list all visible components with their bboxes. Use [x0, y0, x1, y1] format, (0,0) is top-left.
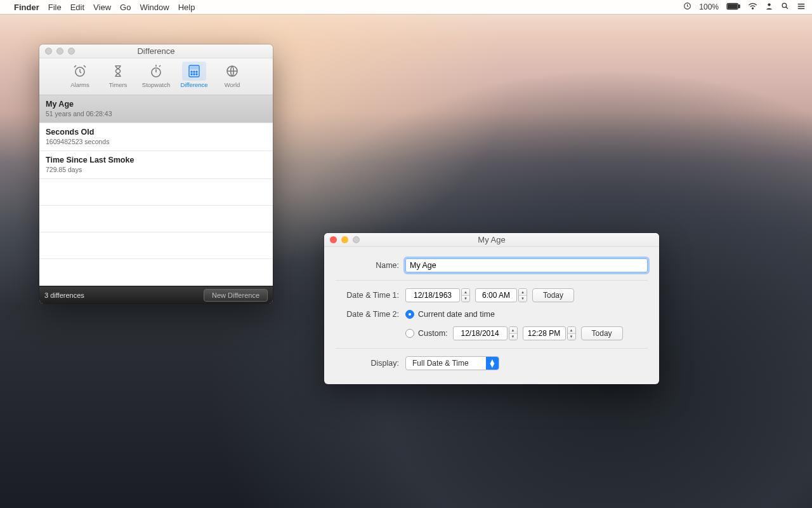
list-item[interactable]: Seconds Old 1609482523 seconds: [39, 123, 273, 151]
list-item[interactable]: [39, 232, 273, 259]
dt2-date-input[interactable]: [453, 326, 508, 340]
list-item[interactable]: [39, 179, 273, 206]
user-icon[interactable]: [765, 2, 773, 12]
radio-custom-label: Custom:: [418, 329, 448, 338]
dt2-today-button[interactable]: Today: [581, 326, 623, 340]
menu-help[interactable]: Help: [178, 3, 195, 12]
list-item[interactable]: [39, 206, 273, 232]
menu-edit[interactable]: Edit: [70, 3, 84, 12]
wifi-icon[interactable]: [748, 3, 757, 12]
battery-icon[interactable]: [726, 3, 740, 12]
stepper[interactable]: ▲▼: [567, 326, 576, 340]
svg-point-6: [782, 3, 787, 8]
svg-point-12: [193, 71, 195, 72]
radio-current[interactable]: [405, 310, 414, 319]
dt1-time-input[interactable]: [475, 288, 517, 302]
toolbar-timers[interactable]: Timers: [100, 62, 136, 88]
status-text: 3 differences: [44, 291, 84, 299]
close-button[interactable]: [45, 48, 52, 55]
svg-point-11: [191, 71, 192, 72]
toolbar: Alarms Timers Stopwatch Difference World: [39, 58, 273, 95]
titlebar[interactable]: Difference: [39, 44, 273, 58]
dt1-date-input[interactable]: [405, 288, 460, 302]
form: Name: Date & Time 1: ▲▼ ▲▼ Today: [324, 247, 659, 384]
display-label: Display:: [336, 359, 405, 368]
close-button[interactable]: [330, 236, 337, 243]
minimize-button[interactable]: [56, 48, 63, 55]
app-name[interactable]: Finder: [14, 3, 39, 12]
name-label: Name:: [336, 261, 405, 270]
svg-point-14: [191, 74, 192, 75]
stepper[interactable]: ▲▼: [509, 326, 518, 340]
chevron-updown-icon: ▲▼: [486, 356, 499, 370]
svg-rect-3: [738, 4, 740, 8]
battery-percent: 100%: [699, 3, 719, 11]
dt2-time-input[interactable]: [523, 326, 566, 340]
toolbar-alarms[interactable]: Alarms: [62, 62, 98, 88]
menu-file[interactable]: File: [48, 3, 62, 12]
difference-window: Difference Alarms Timers Stopwatch Diffe…: [39, 44, 273, 304]
spotlight-icon[interactable]: [781, 2, 789, 12]
svg-point-15: [193, 74, 195, 75]
list-item[interactable]: [39, 259, 273, 286]
menu-view[interactable]: View: [93, 3, 111, 12]
name-input[interactable]: [405, 258, 648, 272]
svg-point-16: [196, 74, 197, 75]
toolbar-difference[interactable]: Difference: [176, 62, 213, 88]
status-bar: 3 differences New Difference: [39, 286, 273, 304]
clock-icon[interactable]: [683, 2, 691, 12]
svg-rect-10: [190, 67, 198, 69]
dt2-label: Date & Time 2:: [336, 310, 405, 319]
new-difference-button[interactable]: New Difference: [204, 289, 268, 302]
stepper[interactable]: ▲▼: [518, 288, 527, 302]
toolbar-stopwatch[interactable]: Stopwatch: [138, 62, 174, 88]
svg-point-5: [768, 3, 770, 6]
desktop: Finder File Edit View Go Window Help 100…: [0, 0, 812, 508]
svg-rect-2: [728, 4, 737, 8]
titlebar[interactable]: My Age: [324, 233, 659, 247]
display-select[interactable]: Full Date & Time ▲▼: [405, 356, 499, 370]
svg-point-13: [196, 71, 197, 72]
dt1-today-button[interactable]: Today: [532, 288, 574, 302]
edit-window: My Age Name: Date & Time 1: ▲▼ ▲▼: [324, 233, 659, 384]
menu-window[interactable]: Window: [140, 3, 169, 12]
list-item[interactable]: My Age 51 years and 06:28:43: [39, 95, 273, 123]
zoom-button[interactable]: [353, 236, 360, 243]
radio-current-label: Current date and time: [418, 310, 495, 319]
radio-custom[interactable]: [405, 329, 414, 338]
menubar: Finder File Edit View Go Window Help 100…: [0, 0, 812, 14]
menu-go[interactable]: Go: [120, 3, 131, 12]
stepper[interactable]: ▲▼: [461, 288, 470, 302]
difference-list: My Age 51 years and 06:28:43 Seconds Old…: [39, 95, 273, 286]
list-item[interactable]: Time Since Last Smoke 729.85 days: [39, 151, 273, 179]
window-title: My Age: [324, 235, 659, 244]
zoom-button[interactable]: [68, 48, 75, 55]
dt1-label: Date & Time 1:: [336, 291, 405, 300]
minimize-button[interactable]: [341, 236, 348, 243]
menu-extras-icon[interactable]: [797, 3, 806, 12]
toolbar-world[interactable]: World: [214, 62, 251, 88]
svg-point-4: [752, 8, 754, 9]
